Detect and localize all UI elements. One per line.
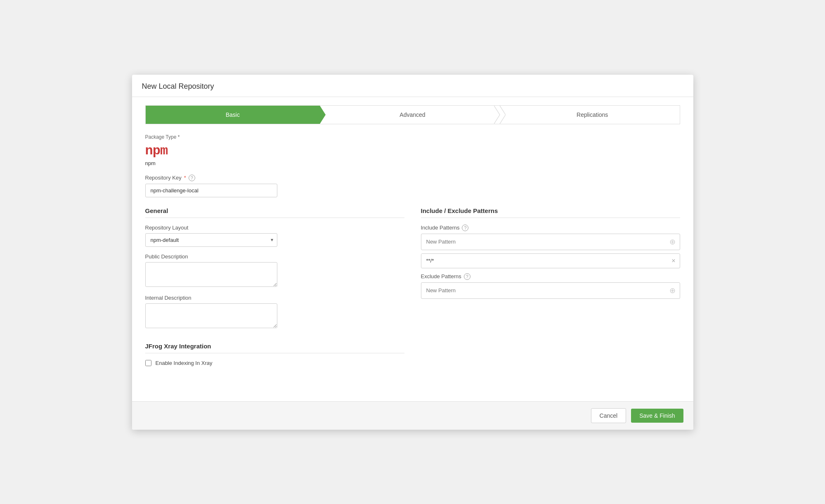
modal-footer: Cancel Save & Finish	[132, 401, 693, 430]
patterns-section: Include / Exclude Patterns Include Patte…	[421, 207, 680, 366]
general-title: General	[145, 207, 404, 218]
cancel-button[interactable]: Cancel	[591, 408, 626, 423]
exclude-patterns-field: Exclude Patterns ? ⊕	[421, 273, 680, 299]
xray-section-title: JFrog Xray Integration	[145, 343, 404, 353]
repository-key-input[interactable]	[145, 184, 277, 197]
internal-desc-input[interactable]	[145, 303, 277, 328]
jfrog-section: JFrog Xray Integration Enable Indexing I…	[145, 343, 404, 366]
tabs-row: Basic Advanced Replications	[145, 105, 680, 124]
include-new-pattern-input[interactable]	[421, 235, 665, 248]
npm-icon: npm	[145, 143, 680, 159]
svg-marker-3	[500, 106, 506, 124]
package-type-section: Package Type * npm npm	[145, 134, 680, 166]
exclude-patterns-label: Exclude Patterns ?	[421, 273, 680, 280]
two-col-layout: General Repository Layout npm-default si…	[145, 207, 680, 366]
enable-indexing-label[interactable]: Enable Indexing In Xray	[156, 360, 213, 366]
exclude-new-pattern-input[interactable]	[421, 284, 665, 297]
exclude-add-pattern-button[interactable]: ⊕	[665, 283, 680, 298]
save-finish-button[interactable]: Save & Finish	[631, 409, 683, 423]
svg-marker-0	[314, 106, 320, 124]
layout-label: Repository Layout	[145, 225, 404, 231]
repository-key-help-icon[interactable]: ?	[189, 175, 195, 181]
enable-indexing-checkbox[interactable]	[145, 360, 151, 366]
include-add-pattern-button[interactable]: ⊕	[665, 234, 680, 250]
include-pattern-remove-button[interactable]: ×	[667, 254, 679, 268]
tab-advanced[interactable]: Advanced	[320, 106, 500, 124]
repository-key-label: Repository Key * ?	[145, 175, 680, 181]
svg-marker-2	[494, 106, 500, 124]
layout-select-wrapper: npm-default simple-default maven-2-defau…	[145, 233, 277, 247]
layout-field: Repository Layout npm-default simple-def…	[145, 225, 404, 247]
npm-label: npm	[145, 160, 680, 166]
required-indicator: *	[184, 175, 186, 181]
modal-title: New Local Repository	[142, 82, 214, 90]
public-desc-label: Public Description	[145, 253, 404, 260]
modal-body: Package Type * npm npm Repository Key * …	[132, 124, 693, 401]
exclude-new-pattern-row: ⊕	[421, 282, 680, 299]
repository-key-section: Repository Key * ?	[145, 175, 680, 197]
tab-replications[interactable]: Replications	[500, 106, 680, 124]
include-new-pattern-row: ⊕	[421, 234, 680, 250]
internal-desc-label: Internal Description	[145, 295, 404, 301]
include-pattern-value-input[interactable]	[421, 254, 668, 267]
patterns-title: Include / Exclude Patterns	[421, 207, 680, 218]
layout-select[interactable]: npm-default simple-default maven-2-defau…	[145, 233, 277, 247]
package-type-label: Package Type *	[145, 134, 680, 140]
new-local-repository-modal: New Local Repository Basic Advanced	[132, 75, 693, 430]
include-pattern-item: ×	[421, 253, 680, 268]
tab-basic[interactable]: Basic	[146, 106, 320, 124]
include-patterns-label: Include Patterns ?	[421, 225, 680, 231]
modal-header: New Local Repository	[132, 75, 693, 97]
svg-marker-1	[320, 106, 326, 124]
exclude-patterns-help-icon[interactable]: ?	[464, 273, 470, 280]
tabs-container: Basic Advanced Replications	[132, 97, 693, 124]
general-section: General Repository Layout npm-default si…	[145, 207, 404, 366]
public-desc-field: Public Description	[145, 253, 404, 288]
internal-desc-field: Internal Description	[145, 295, 404, 329]
include-patterns-help-icon[interactable]: ?	[462, 225, 468, 231]
enable-indexing-row: Enable Indexing In Xray	[145, 360, 404, 366]
include-patterns-field: Include Patterns ? ⊕ ×	[421, 225, 680, 268]
public-desc-input[interactable]	[145, 262, 277, 287]
